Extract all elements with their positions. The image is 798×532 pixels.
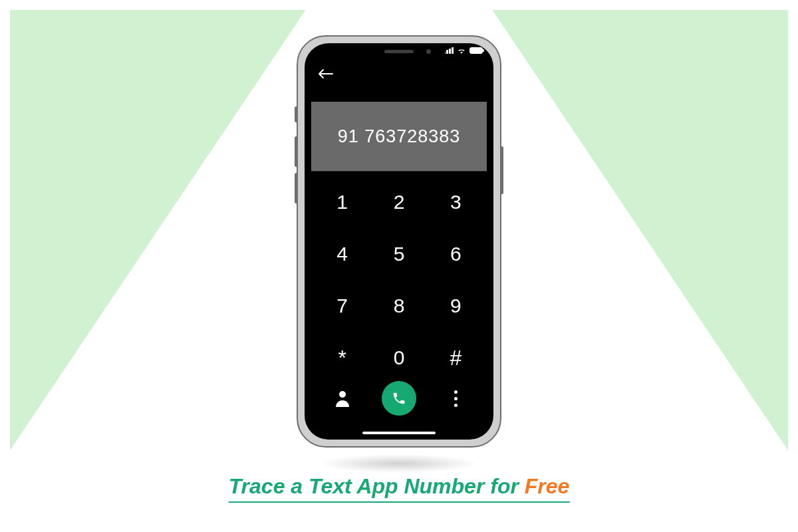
battery-icon [469,47,483,54]
dialer-bottom-row [314,381,484,416]
keypad-9[interactable]: 9 [428,287,484,325]
page-caption: Trace a Text App Number for Free [229,474,570,503]
keypad-6[interactable]: 6 [428,235,484,273]
keypad-1[interactable]: 1 [314,183,370,221]
dialed-number-display: 91 763728383 [311,102,487,172]
call-button[interactable] [382,381,416,416]
phone-shadow [319,454,479,473]
display-notch [352,43,446,61]
caption-accent-text: Free [525,474,570,498]
phone-frame: 91 763728383 1 2 3 4 5 6 7 8 9 * 0 # [297,35,501,448]
back-arrow-icon[interactable] [318,68,334,79]
volume-up-button [295,136,298,167]
wifi-icon [457,47,466,54]
status-bar [444,47,483,54]
dialed-number-text: 91 763728383 [338,126,461,147]
dialer-keypad: 1 2 3 4 5 6 7 8 9 * 0 # [314,183,484,377]
keypad-8[interactable]: 8 [370,287,427,325]
phone-screen: 91 763728383 1 2 3 4 5 6 7 8 9 * 0 # [305,43,493,440]
more-vertical-icon[interactable] [454,390,458,407]
keypad-4[interactable]: 4 [314,235,370,273]
phone-icon [392,391,406,406]
keypad-5[interactable]: 5 [370,235,427,273]
keypad-hash[interactable]: # [428,338,484,377]
front-camera [426,49,431,54]
person-icon[interactable] [334,390,350,407]
power-button [500,146,503,194]
mute-switch [295,106,298,122]
keypad-2[interactable]: 2 [370,183,427,221]
earpiece-speaker [384,50,414,53]
home-indicator[interactable] [362,432,436,434]
keypad-star[interactable]: * [314,338,370,377]
volume-down-button [295,173,298,203]
keypad-0[interactable]: 0 [370,338,427,377]
keypad-3[interactable]: 3 [428,183,484,221]
svg-point-0 [339,391,346,398]
keypad-7[interactable]: 7 [314,287,370,325]
caption-main-text: Trace a Text App Number for [229,474,525,498]
phone-illustration: 91 763728383 1 2 3 4 5 6 7 8 9 * 0 # [297,35,501,448]
